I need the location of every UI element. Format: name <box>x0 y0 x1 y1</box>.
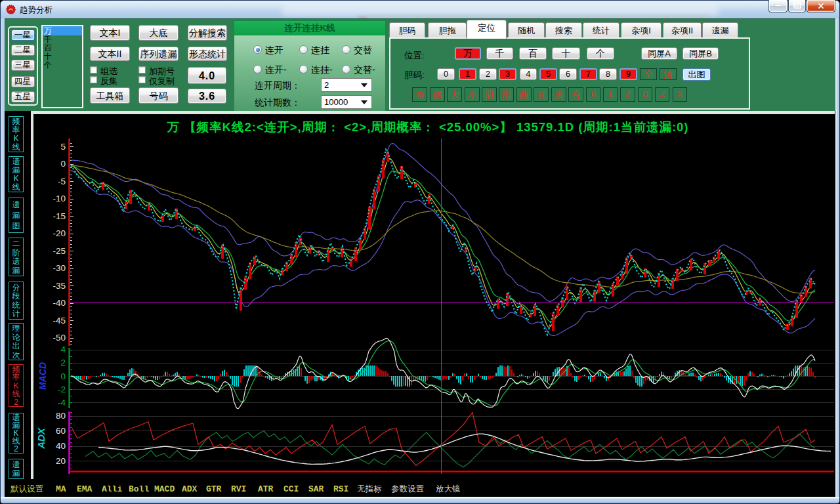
svg-text:万 【频率K线2:<连开>,周期： <2>,周期概率： <2: 万 【频率K线2:<连开>,周期： <2>,周期概率： <25.00%>】 13… <box>166 120 688 134</box>
svg-text:-5: -5 <box>58 177 66 186</box>
svg-text:4: 4 <box>60 345 66 354</box>
svg-text:-15: -15 <box>52 211 66 221</box>
svg-text:-50: -50 <box>52 333 66 343</box>
svg-text:-10: -10 <box>52 194 66 203</box>
svg-text:-45: -45 <box>52 316 66 326</box>
svg-text:80: 80 <box>56 411 66 421</box>
svg-text:60: 60 <box>56 426 66 436</box>
svg-text:MACD: MACD <box>37 362 48 390</box>
svg-text:-20: -20 <box>52 228 66 238</box>
svg-text:0: 0 <box>60 371 66 381</box>
svg-text:5: 5 <box>60 142 66 152</box>
svg-text:-30: -30 <box>52 263 66 273</box>
svg-text:-4: -4 <box>58 398 66 408</box>
svg-text:2: 2 <box>60 358 66 368</box>
svg-text:20: 20 <box>56 456 66 466</box>
svg-text:-35: -35 <box>52 281 66 291</box>
svg-text:-25: -25 <box>52 246 66 256</box>
svg-text:-40: -40 <box>52 298 66 308</box>
svg-text:0: 0 <box>60 159 66 169</box>
svg-text:-2: -2 <box>58 385 66 394</box>
svg-text:40: 40 <box>56 441 66 451</box>
svg-text:ADX: ADX <box>35 427 47 450</box>
